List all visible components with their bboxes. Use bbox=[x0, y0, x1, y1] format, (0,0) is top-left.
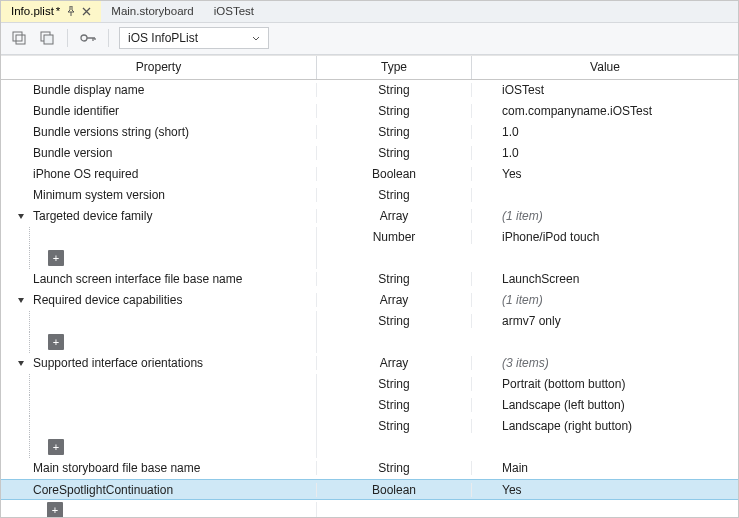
type-cell: Array bbox=[317, 293, 472, 307]
property-name: Minimum system version bbox=[33, 188, 165, 202]
column-header-property[interactable]: Property bbox=[1, 56, 317, 80]
tree-guide bbox=[29, 227, 30, 248]
dirty-indicator: * bbox=[56, 5, 60, 17]
add-row-button-row[interactable] bbox=[1, 332, 738, 353]
property-name: Targeted device family bbox=[33, 209, 152, 223]
svg-rect-3 bbox=[44, 35, 53, 44]
tree-guide bbox=[29, 332, 30, 353]
plist-row[interactable]: CoreSpotlightContinuationBooleanYes bbox=[1, 479, 738, 500]
value-cell[interactable]: iPhone/iPod touch bbox=[472, 230, 738, 244]
type-cell: String bbox=[317, 188, 472, 202]
plist-row[interactable]: StringLandscape (left button) bbox=[1, 395, 738, 416]
dropdown-selected-label: iOS InfoPList bbox=[128, 31, 198, 45]
plist-row[interactable]: Main storyboard file base nameStringMain bbox=[1, 458, 738, 479]
value-cell[interactable]: Yes bbox=[472, 483, 738, 497]
plist-row[interactable]: Launch screen interface file base nameSt… bbox=[1, 269, 738, 290]
expand-all-button[interactable] bbox=[9, 28, 29, 48]
value-cell[interactable]: (3 items) bbox=[472, 356, 738, 370]
tab-iostest[interactable]: iOSTest bbox=[204, 1, 264, 22]
tree-guide bbox=[29, 437, 30, 458]
value-cell[interactable]: Landscape (left button) bbox=[472, 398, 738, 412]
type-cell: String bbox=[317, 377, 472, 391]
property-name: Launch screen interface file base name bbox=[33, 272, 242, 286]
plist-row[interactable]: Bundle versionString1.0 bbox=[1, 143, 738, 164]
tab-label: Main.storyboard bbox=[111, 5, 193, 17]
toolbar-separator bbox=[67, 29, 68, 47]
property-name: Main storyboard file base name bbox=[33, 461, 200, 475]
property-name: CoreSpotlightContinuation bbox=[33, 483, 173, 497]
type-cell: String bbox=[317, 146, 472, 160]
pin-icon[interactable] bbox=[66, 6, 76, 16]
tab-main-storyboard[interactable]: Main.storyboard bbox=[101, 1, 203, 22]
plist-row[interactable]: StringPortrait (bottom button) bbox=[1, 374, 738, 395]
value-cell[interactable]: Main bbox=[472, 461, 738, 475]
tab-label: iOSTest bbox=[214, 5, 254, 17]
add-item-button[interactable] bbox=[48, 439, 64, 455]
value-cell[interactable]: LaunchScreen bbox=[472, 272, 738, 286]
plist-row[interactable]: Minimum system versionString bbox=[1, 185, 738, 206]
add-item-button[interactable] bbox=[48, 334, 64, 350]
plist-row[interactable]: Bundle display nameStringiOSTest bbox=[1, 80, 738, 101]
add-row-button-row[interactable] bbox=[1, 437, 738, 458]
tab-info-plist[interactable]: Info.plist* bbox=[1, 1, 101, 22]
value-cell[interactable]: 1.0 bbox=[472, 146, 738, 160]
value-cell[interactable]: com.companyname.iOSTest bbox=[472, 104, 738, 118]
column-header-type[interactable]: Type bbox=[317, 56, 472, 80]
tree-guide bbox=[29, 248, 30, 269]
value-cell[interactable]: (1 item) bbox=[472, 209, 738, 223]
row-expander[interactable] bbox=[15, 296, 27, 305]
plist-row[interactable]: Required device capabilitiesArray(1 item… bbox=[1, 290, 738, 311]
value-cell[interactable]: Landscape (right button) bbox=[472, 419, 738, 433]
property-name: Bundle display name bbox=[33, 83, 144, 97]
schema-dropdown[interactable]: iOS InfoPList bbox=[119, 27, 269, 49]
close-icon[interactable] bbox=[82, 7, 91, 16]
svg-rect-1 bbox=[16, 35, 25, 44]
toolbar-separator bbox=[108, 29, 109, 47]
value-cell[interactable]: armv7 only bbox=[472, 314, 738, 328]
property-name: Required device capabilities bbox=[33, 293, 182, 307]
type-cell: Boolean bbox=[317, 167, 472, 181]
plist-row[interactable]: Bundle versions string (short)String1.0 bbox=[1, 122, 738, 143]
column-header-value[interactable]: Value bbox=[472, 56, 738, 80]
collapse-all-button[interactable] bbox=[37, 28, 57, 48]
tree-guide bbox=[29, 395, 30, 416]
type-cell: Array bbox=[317, 356, 472, 370]
value-cell[interactable]: (1 item) bbox=[472, 293, 738, 307]
row-expander[interactable] bbox=[15, 212, 27, 221]
value-cell[interactable]: 1.0 bbox=[472, 125, 738, 139]
type-cell: Array bbox=[317, 209, 472, 223]
add-item-button[interactable] bbox=[48, 250, 64, 266]
plist-row[interactable]: Supported interface orientationsArray(3 … bbox=[1, 353, 738, 374]
type-cell: String bbox=[317, 419, 472, 433]
value-cell[interactable]: Portrait (bottom button) bbox=[472, 377, 738, 391]
property-name: Bundle version bbox=[33, 146, 112, 160]
property-name: Supported interface orientations bbox=[33, 356, 203, 370]
add-row-button-row[interactable] bbox=[1, 500, 738, 517]
type-cell: String bbox=[317, 104, 472, 118]
property-name: Bundle versions string (short) bbox=[33, 125, 189, 139]
plist-row[interactable]: StringLandscape (right button) bbox=[1, 416, 738, 437]
plist-row[interactable]: NumberiPhone/iPod touch bbox=[1, 227, 738, 248]
svg-point-4 bbox=[81, 35, 87, 41]
tree-guide bbox=[29, 374, 30, 395]
plist-row[interactable]: iPhone OS requiredBooleanYes bbox=[1, 164, 738, 185]
tree-guide bbox=[29, 416, 30, 437]
type-cell: String bbox=[317, 398, 472, 412]
row-expander[interactable] bbox=[15, 359, 27, 368]
svg-rect-0 bbox=[13, 32, 22, 41]
property-name: iPhone OS required bbox=[33, 167, 138, 181]
add-row-button-row[interactable] bbox=[1, 248, 738, 269]
grid-header: Property Type Value bbox=[1, 55, 738, 81]
chevron-down-icon bbox=[252, 31, 260, 45]
type-cell: Number bbox=[317, 230, 472, 244]
key-icon[interactable] bbox=[78, 28, 98, 48]
add-item-button[interactable] bbox=[47, 502, 63, 517]
plist-row[interactable]: Targeted device familyArray(1 item) bbox=[1, 206, 738, 227]
plist-row[interactable]: Bundle identifierStringcom.companyname.i… bbox=[1, 101, 738, 122]
plist-row[interactable]: Stringarmv7 only bbox=[1, 311, 738, 332]
document-tab-strip: Info.plist* Main.storyboard iOSTest bbox=[1, 1, 738, 23]
type-cell: String bbox=[317, 272, 472, 286]
value-cell[interactable]: iOSTest bbox=[472, 83, 738, 97]
tree-guide bbox=[29, 311, 30, 332]
value-cell[interactable]: Yes bbox=[472, 167, 738, 181]
